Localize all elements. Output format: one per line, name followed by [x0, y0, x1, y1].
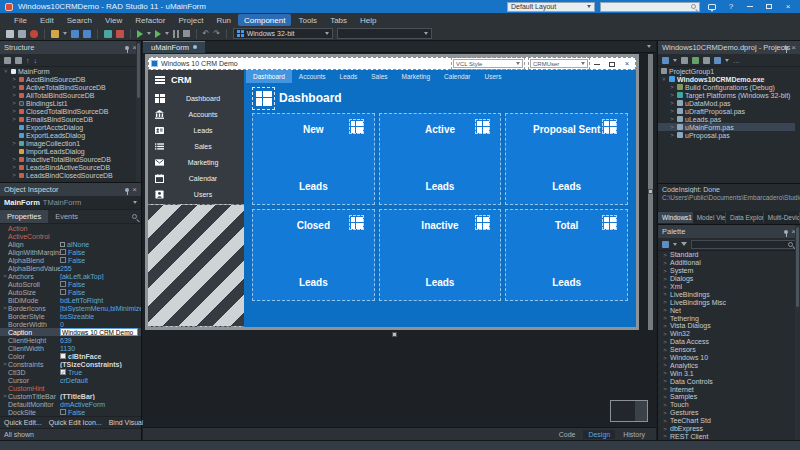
view-tab-design[interactable]: Design	[583, 430, 615, 439]
view-tab-history[interactable]: History	[618, 430, 650, 439]
view-tab-code[interactable]: Code	[554, 430, 581, 439]
palette-scrollbar[interactable]	[795, 225, 800, 440]
close-button[interactable]: ×	[781, 0, 795, 13]
property-row-align[interactable]: AlignalNone	[0, 240, 141, 248]
add-unit-icon[interactable]	[104, 30, 112, 38]
dock-tab-windows1[interactable]: Windows1...	[658, 212, 693, 223]
structure-item-exportacctsdialog[interactable]: ExportAcctsDialog	[0, 123, 136, 131]
crm-user-combo[interactable]: CRMUser	[530, 59, 588, 68]
structure-root-item[interactable]: > MainForm	[0, 67, 136, 75]
run-icon[interactable]	[137, 30, 143, 38]
crm-tab-accounts[interactable]: Accounts	[292, 70, 333, 83]
property-value[interactable]: clBtnFace	[60, 353, 141, 360]
inspector-search[interactable]	[85, 214, 141, 219]
move-down-icon[interactable]: ↓	[34, 57, 38, 64]
palette-category-analytics[interactable]: >Analytics	[658, 361, 795, 369]
structure-item-exportleadsdialog[interactable]: ExportLeadsDialog	[0, 131, 136, 139]
filter-icon[interactable]	[681, 242, 687, 246]
move-up-icon[interactable]: ↑	[26, 57, 30, 64]
forward-history-icon[interactable]: ↷	[213, 30, 220, 38]
menu-file[interactable]: File	[8, 14, 33, 26]
property-value[interactable]: (TSizeConstraints)	[60, 361, 141, 368]
property-row-action[interactable]: Action	[0, 224, 141, 232]
menu-tools[interactable]: Tools	[292, 14, 323, 26]
pin-icon[interactable]	[784, 46, 788, 50]
save-all-icon[interactable]	[83, 30, 91, 38]
project-node-udraftproposal-pas[interactable]: >uDraftProposal.pas	[658, 107, 795, 115]
project-node-umainform-pas[interactable]: >uMainForm.pas	[658, 123, 795, 131]
designed-form-window[interactable]: Windows 10 CRM Demo VCL Style CRMUser ×	[145, 54, 639, 330]
expand-all-icon[interactable]	[15, 57, 22, 64]
property-value[interactable]: ✓True	[60, 369, 141, 376]
palette-category-dialogs[interactable]: >Dialogs	[658, 275, 795, 283]
palette-category-data-controls[interactable]: >Data Controls	[658, 377, 795, 385]
property-value[interactable]: [akLeft,akTop]	[60, 273, 141, 280]
palette-search-input[interactable]	[691, 240, 796, 249]
crm-tab-users[interactable]: Users	[477, 70, 508, 83]
property-row-anchors[interactable]: >Anchors[akLeft,akTop]	[0, 272, 141, 280]
crm-tab-calendar[interactable]: Calendar	[437, 70, 477, 83]
property-value[interactable]: [biSystemMenu,biMinimize,biMax	[60, 305, 141, 312]
property-row-clientheight[interactable]: ClientHeight639	[0, 336, 141, 344]
property-row-clientwidth[interactable]: ClientWidth1130	[0, 344, 141, 352]
project-node-uproposal-pas[interactable]: >uProposal.pas	[658, 131, 795, 139]
form-title-bar[interactable]: Windows 10 CRM Demo VCL Style CRMUser ×	[148, 57, 636, 70]
error-insight-icon[interactable]	[30, 30, 38, 38]
property-row-color[interactable]: ColorclBtnFace	[0, 352, 141, 360]
inspector-tab-properties[interactable]: Properties	[0, 210, 48, 223]
resize-handle-bottom[interactable]	[392, 332, 397, 337]
menu-refactor[interactable]: Refactor	[129, 14, 171, 26]
property-row-autoscroll[interactable]: AutoScrollFalse	[0, 280, 141, 288]
crm-tab-marketing[interactable]: Marketing	[395, 70, 438, 83]
tiles-icon[interactable]	[256, 91, 271, 106]
crm-tab-dashboard[interactable]: Dashboard	[246, 70, 292, 83]
more-options-icon[interactable]: …	[733, 57, 740, 64]
property-row-customtitlebar[interactable]: >CustomTitleBar(TTitleBar)	[0, 392, 141, 400]
sidebar-item-users[interactable]: Users	[148, 186, 244, 202]
palette-category-dbexpress[interactable]: >dbExpress	[658, 425, 795, 433]
form-designer-surface[interactable]: Windows 10 CRM Demo VCL Style CRMUser ×	[143, 53, 656, 427]
crm-tab-sales[interactable]: Sales	[364, 70, 394, 83]
editor-tab-umainform[interactable]: uMainForm	[143, 41, 205, 53]
property-row-alphablendvalue[interactable]: AlphaBlendValue255	[0, 264, 141, 272]
save-icon[interactable]	[71, 30, 79, 38]
palette-category-data-access[interactable]: >Data Access	[658, 338, 795, 346]
close-icon[interactable]: ×	[791, 44, 796, 52]
project-node-udatamod-pas[interactable]: >uDataMod.pas	[658, 99, 795, 107]
project-node-uleads-pas[interactable]: >uLeads.pas	[658, 115, 795, 123]
palette-category-teechart-std[interactable]: >TeeChart Std	[658, 417, 795, 425]
menu-view[interactable]: View	[99, 14, 128, 26]
menu-run[interactable]: Run	[210, 14, 237, 26]
structure-item-inactivetotalbindsourcedb[interactable]: >InactiveTotalBindSourceDB	[0, 155, 136, 163]
expand-icon[interactable]: >	[661, 76, 667, 82]
new-project-icon[interactable]	[662, 57, 669, 64]
resize-handle-right[interactable]	[648, 189, 653, 194]
property-value[interactable]: bdLeftToRight	[60, 297, 141, 304]
sidebar-item-calendar[interactable]: Calendar	[148, 170, 244, 186]
project-node-target-platforms-windows-32-bit[interactable]: >Target Platforms (Windows 32-bit)	[658, 91, 795, 99]
structure-item-leadsbindclosedsourcedb[interactable]: >LeadsBindClosedSourceDB	[0, 171, 136, 179]
project-item[interactable]: > Windows10CRMDemo.exe	[658, 75, 795, 83]
project-node-build-configurations-debug[interactable]: >Build Configurations (Debug)	[658, 83, 795, 91]
property-row-activecontrol[interactable]: ActiveControl	[0, 232, 141, 240]
object-selector-combo[interactable]: MainForm TMainForm	[0, 196, 141, 210]
property-value[interactable]: False	[60, 281, 141, 288]
property-row-ctl3d[interactable]: Ctl3D✓True	[0, 368, 141, 376]
palette-category-gestures[interactable]: >Gestures	[658, 409, 795, 417]
chevron-down-icon[interactable]	[725, 59, 729, 62]
remove-unit-icon[interactable]	[116, 30, 124, 38]
property-row-caption[interactable]: Caption	[0, 328, 141, 336]
chevron-down-icon[interactable]	[63, 32, 67, 35]
structure-item-activetotalbindsourcedb[interactable]: >ActiveTotalBindSourceDB	[0, 83, 136, 91]
property-row-autosize[interactable]: AutoSizeFalse	[0, 288, 141, 296]
structure-item-importleadsdialog[interactable]: ImportLeadsDialog	[0, 147, 136, 155]
dock-tab-multi-devic[interactable]: Multi-Devic...	[764, 212, 800, 223]
property-value[interactable]: False	[60, 249, 141, 256]
palette-category-samples[interactable]: >Samples	[658, 393, 795, 401]
structure-item-leadsbindactivesourcedb[interactable]: >LeadsBindActiveSourceDB	[0, 163, 136, 171]
menu-tabs[interactable]: Tabs	[324, 14, 353, 26]
property-value[interactable]: dmActiveForm	[60, 401, 141, 408]
palette-category-sensors[interactable]: >Sensors	[658, 346, 795, 354]
property-value[interactable]: 639	[60, 337, 141, 344]
palette-category-tethering[interactable]: >Tethering	[658, 314, 795, 322]
